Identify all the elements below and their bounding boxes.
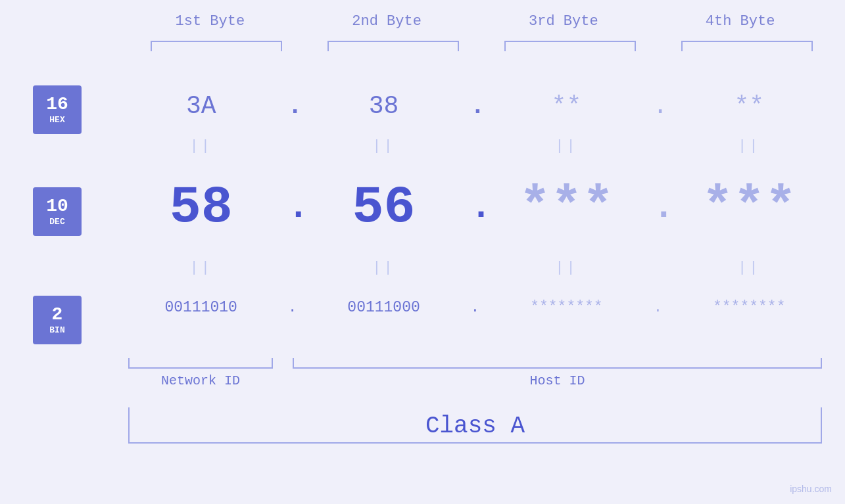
dec-byte1: 58 [129, 177, 274, 237]
eq2-2: || [312, 260, 456, 276]
class-bracket: Class A [128, 407, 822, 444]
bin-byte1: 00111010 [129, 299, 274, 316]
dec-badge-number: 10 [46, 196, 68, 217]
network-bracket [128, 358, 273, 369]
dec-byte4-value: *** [702, 177, 796, 237]
equals-row-1: || || || || [122, 138, 829, 154]
byte2-header: 2nd Byte [314, 13, 459, 30]
hex-byte3: ** [494, 92, 639, 120]
eq1-3: || [494, 138, 639, 154]
hex-badge-label: HEX [49, 115, 64, 125]
bin-byte1-value: 00111010 [164, 299, 237, 316]
bracket-3 [504, 41, 636, 51]
hex-byte1-value: 3A [186, 92, 216, 120]
hex-byte4-value: ** [734, 92, 764, 120]
hex-byte2-value: 38 [369, 92, 399, 120]
dec-badge-label: DEC [49, 217, 64, 227]
eq1-4: || [677, 138, 821, 154]
header-row: 1st Byte 2nd Byte 3rd Byte 4th Byte [122, 13, 829, 30]
class-section: Class A [128, 407, 822, 444]
bin-dot3: . [653, 299, 663, 316]
dec-byte2: 56 [312, 177, 456, 237]
id-labels: Network ID Host ID [128, 373, 822, 388]
hex-byte4: ** [677, 92, 821, 120]
network-id-label: Network ID [128, 373, 273, 388]
byte4-header: 4th Byte [668, 13, 813, 30]
dec-dot3: . [653, 187, 663, 228]
dec-row: 58 . 56 . *** . *** [122, 177, 829, 237]
eq2-1: || [129, 260, 274, 276]
eq1-1: || [129, 138, 274, 154]
dec-byte3: *** [494, 177, 639, 237]
hex-byte2: 38 [312, 92, 456, 120]
bin-badge-label: BIN [49, 325, 64, 335]
hex-byte3-value: ** [552, 92, 582, 120]
top-brackets [128, 41, 835, 51]
bin-badge: 2 BIN [33, 296, 82, 344]
eq1-2: || [312, 138, 456, 154]
dec-byte1-value: 58 [170, 177, 233, 237]
dec-badge: 10 DEC [33, 187, 82, 236]
bin-byte4: ******** [677, 299, 821, 316]
dec-byte3-value: *** [519, 177, 614, 237]
equals-row-2: || || || || [122, 260, 829, 276]
byte1-header: 1st Byte [137, 13, 282, 30]
hex-badge: 16 HEX [33, 85, 82, 134]
bin-dot1: . [287, 299, 297, 316]
dec-byte4: *** [677, 177, 821, 237]
eq2-3: || [494, 260, 639, 276]
bin-byte4-value: ******** [713, 299, 785, 316]
dec-dot1: . [287, 187, 297, 228]
bin-byte2-value: 00111000 [347, 299, 420, 316]
bin-row: 00111010 . 00111000 . ******** . *******… [122, 299, 829, 316]
main-layout: 1st Byte 2nd Byte 3rd Byte 4th Byte 16 H… [0, 0, 845, 504]
bin-byte2: 00111000 [312, 299, 456, 316]
watermark: ipshu.com [790, 484, 832, 494]
hex-dot1: . [287, 92, 297, 120]
bin-byte3: ******** [494, 299, 639, 316]
hex-dot2: . [470, 92, 480, 120]
bin-byte3-value: ******** [530, 299, 602, 316]
hex-byte1: 3A [129, 92, 274, 120]
class-label: Class A [425, 413, 525, 440]
hex-row: 3A . 38 . ** . ** [122, 92, 829, 120]
bracket-1 [151, 41, 282, 51]
bin-dot2: . [470, 299, 480, 316]
bracket-2 [327, 41, 459, 51]
bracket-4 [681, 41, 813, 51]
dec-dot2: . [470, 187, 480, 228]
byte3-header: 3rd Byte [491, 13, 636, 30]
host-id-label: Host ID [293, 373, 822, 388]
bottom-brackets [128, 358, 822, 369]
bin-badge-number: 2 [52, 305, 63, 325]
hex-dot3: . [653, 92, 663, 120]
host-bracket [293, 358, 822, 369]
eq2-4: || [677, 260, 821, 276]
hex-badge-number: 16 [46, 95, 68, 115]
dec-byte2-value: 56 [352, 177, 416, 237]
